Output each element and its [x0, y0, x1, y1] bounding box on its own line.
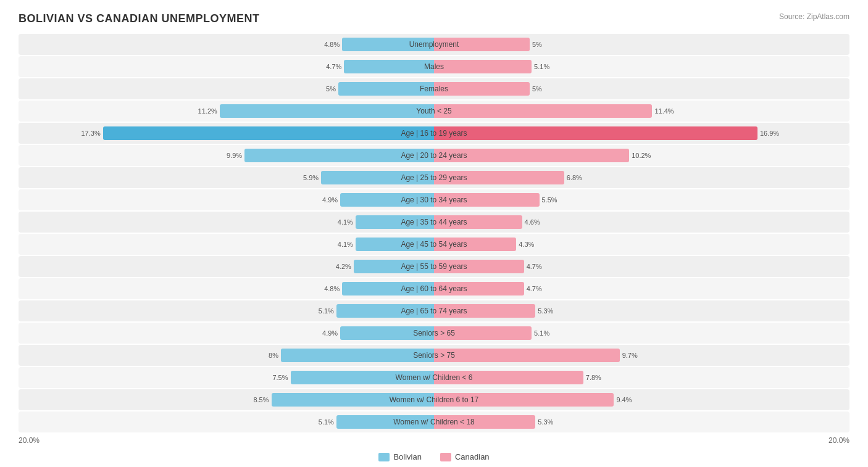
right-section: 9.4% — [434, 389, 849, 410]
left-section: 17.3% — [19, 123, 434, 144]
blue-bar: 4.2% — [354, 260, 434, 273]
bar-row: 7.5%Women w/ Children < 67.8% — [19, 367, 849, 388]
blue-bar: 8% — [281, 349, 434, 362]
pink-bar: 5.5% — [434, 193, 540, 207]
blue-bar: 4.7% — [344, 60, 434, 73]
pink-bar: 11.4% — [434, 104, 652, 118]
blue-bar: 4.9% — [340, 193, 434, 207]
right-value: 4.3% — [516, 241, 534, 248]
left-section: 4.8% — [19, 34, 434, 55]
left-value: 4.8% — [324, 285, 342, 292]
blue-bar: 4.8% — [342, 38, 434, 51]
right-section: 4.7% — [434, 256, 849, 277]
bar-row: 4.8%Age | 60 to 64 years4.7% — [19, 278, 849, 299]
left-value: 8% — [269, 352, 281, 359]
bar-row: 4.8%Unemployment5% — [19, 34, 849, 55]
right-section: 5.3% — [434, 300, 849, 321]
left-value: 4.9% — [322, 329, 340, 337]
right-section: 4.3% — [434, 234, 849, 255]
pink-bar: 10.2% — [434, 149, 629, 162]
blue-bar: 4.9% — [340, 326, 434, 340]
left-value: 17.3% — [81, 130, 103, 137]
bar-row: 4.9%Seniors > 655.1% — [19, 323, 849, 344]
left-section: 5% — [19, 78, 434, 99]
axis-labels: 20.0% 20.0% — [19, 436, 849, 445]
right-section: 5.1% — [434, 323, 849, 344]
left-value: 4.8% — [324, 41, 342, 48]
canadian-label: Canadian — [455, 452, 490, 461]
blue-bar: 7.5% — [291, 371, 435, 384]
right-section: 9.7% — [434, 345, 849, 366]
left-value: 4.7% — [326, 63, 344, 70]
pink-bar: 4.7% — [434, 260, 524, 273]
bar-row: 4.2%Age | 55 to 59 years4.7% — [19, 256, 849, 277]
pink-bar: 6.8% — [434, 171, 564, 184]
left-section: 9.9% — [19, 145, 434, 166]
left-section: 4.8% — [19, 278, 434, 299]
blue-bar: 5.1% — [336, 304, 434, 318]
chart-container: BOLIVIAN VS CANADIAN UNEMPLOYMENT Source… — [0, 0, 868, 467]
right-value: 16.9% — [757, 130, 779, 137]
right-section: 4.7% — [434, 278, 849, 299]
bar-row: 5.1%Women w/ Children < 185.3% — [19, 411, 849, 432]
blue-bar: 9.9% — [244, 149, 434, 162]
pink-bar: 4.6% — [434, 215, 522, 229]
pink-bar: 5% — [434, 82, 530, 96]
axis-left: 20.0% — [19, 436, 40, 445]
blue-bar: 5.9% — [321, 171, 434, 184]
right-value: 9.7% — [620, 352, 638, 359]
right-value: 4.7% — [524, 263, 542, 270]
left-value: 4.9% — [322, 196, 340, 204]
right-section: 16.9% — [434, 123, 849, 144]
bolivian-label: Bolivian — [393, 452, 422, 461]
rows-area: 4.8%Unemployment5%4.7%Males5.1%5%Females… — [19, 34, 849, 432]
pink-bar: 16.9% — [434, 126, 757, 140]
chart-title: BOLIVIAN VS CANADIAN UNEMPLOYMENT — [19, 12, 260, 25]
left-value: 5.1% — [319, 307, 336, 315]
blue-bar: 4.8% — [342, 282, 434, 295]
left-value: 9.9% — [227, 152, 244, 159]
right-section: 5.3% — [434, 411, 849, 432]
legend: Bolivian Canadian — [19, 452, 849, 461]
bar-row: 17.3%Age | 16 to 19 years16.9% — [19, 123, 849, 144]
pink-bar: 5.1% — [434, 60, 532, 73]
right-value: 5.1% — [532, 63, 549, 70]
bar-row: 4.1%Age | 45 to 54 years4.3% — [19, 234, 849, 255]
left-section: 4.1% — [19, 212, 434, 233]
blue-bar: 5.1% — [336, 415, 434, 429]
blue-bar: 5% — [338, 82, 434, 96]
bar-row: 9.9%Age | 20 to 24 years10.2% — [19, 145, 849, 166]
right-value: 5% — [530, 85, 542, 93]
bar-row: 4.7%Males5.1% — [19, 56, 849, 77]
bar-row: 8%Seniors > 759.7% — [19, 345, 849, 366]
pink-bar: 5.3% — [434, 304, 535, 318]
axis-right: 20.0% — [828, 436, 849, 445]
left-section: 4.9% — [19, 189, 434, 210]
right-section: 5% — [434, 34, 849, 55]
pink-bar: 5% — [434, 38, 530, 51]
right-value: 5.3% — [535, 307, 553, 315]
left-value: 4.2% — [336, 263, 354, 270]
left-section: 7.5% — [19, 367, 434, 388]
chart-header: BOLIVIAN VS CANADIAN UNEMPLOYMENT Source… — [19, 12, 849, 25]
right-section: 6.8% — [434, 167, 849, 188]
left-section: 4.1% — [19, 234, 434, 255]
left-section: 4.2% — [19, 256, 434, 277]
blue-bar: 4.1% — [356, 215, 434, 229]
left-value: 5.1% — [319, 418, 336, 426]
bar-row: 5.1%Age | 65 to 74 years5.3% — [19, 300, 849, 321]
right-section: 5.1% — [434, 56, 849, 77]
bar-row: 4.9%Age | 30 to 34 years5.5% — [19, 189, 849, 210]
pink-bar: 5.3% — [434, 415, 535, 429]
left-value: 5.9% — [303, 174, 321, 181]
blue-bar: 8.5% — [272, 393, 435, 407]
right-section: 7.8% — [434, 367, 849, 388]
left-section: 8.5% — [19, 389, 434, 410]
pink-bar: 7.8% — [434, 371, 583, 384]
pink-bar: 9.4% — [434, 393, 614, 407]
left-value: 4.1% — [338, 241, 356, 248]
right-value: 5% — [530, 41, 542, 48]
bar-row: 8.5%Women w/ Children 6 to 179.4% — [19, 389, 849, 410]
left-section: 4.9% — [19, 323, 434, 344]
right-value: 5.5% — [540, 196, 557, 204]
